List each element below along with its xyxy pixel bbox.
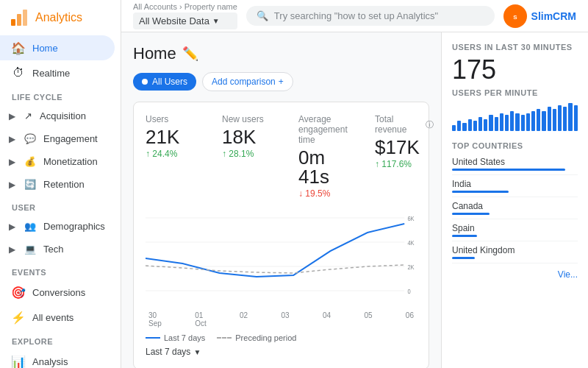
svg-rect-2 <box>23 10 27 26</box>
content-main: Home ✏️ All Users Add comparison + <box>121 32 441 368</box>
page-header: Home ✏️ <box>133 44 429 63</box>
chevron-icon: ▶ <box>9 111 15 121</box>
section-explore: EXPLORE <box>0 330 121 349</box>
sidebar-item-home[interactable]: 🏠 Home <box>0 35 115 60</box>
demographics-icon: 👥 <box>24 221 36 232</box>
metric-newusers-label: New users <box>222 114 281 124</box>
right-panel-title: USERS IN LAST 30 MINUTES <box>452 43 578 52</box>
home-icon: 🏠 <box>12 41 25 54</box>
country-item: United Kingdom <box>452 241 578 263</box>
mini-bar-item <box>495 117 498 131</box>
sidebar-item-tech[interactable]: ▶ 💻 Tech <box>0 238 115 261</box>
metric-newusers-value: 18K <box>222 127 281 146</box>
metric-revenue: Total revenue ⓘ $17K 117.6% <box>375 114 434 199</box>
mini-bar-item <box>574 105 578 131</box>
engagement-icon: 💬 <box>24 133 36 144</box>
plus-icon: + <box>279 77 284 87</box>
sidebar-item-conversions[interactable]: 🎯 Conversions <box>0 280 115 305</box>
sidebar-analysis-label: Analysis <box>32 356 68 367</box>
legend-preceding: Preceding period <box>217 333 296 342</box>
metric-revenue-label: Total revenue ⓘ <box>375 114 434 135</box>
slimcrm-icon: S <box>503 4 527 28</box>
country-name: United Kingdom <box>452 245 578 255</box>
sidebar-allevents-label: All events <box>32 312 74 323</box>
country-name: Spain <box>452 223 578 233</box>
metric-revenue-value: $17K <box>375 138 434 157</box>
sidebar-item-monetization[interactable]: ▶ 💰 Monetization <box>0 150 115 173</box>
chart-svg: 6K 4K 2K 0 <box>146 210 417 306</box>
chevron-icon: ▶ <box>9 244 15 255</box>
chevron-icon: ▶ <box>9 134 15 144</box>
x-label-6: 06 <box>406 311 414 328</box>
sidebar-header: Analytics <box>0 0 121 35</box>
metric-engagement: Average engagement time 0m 41s 19.5% <box>298 114 357 199</box>
svg-text:4K: 4K <box>407 238 415 247</box>
sidebar-realtime-label: Realtime <box>32 68 70 79</box>
legend-last7days-label: Last 7 days <box>164 333 205 342</box>
x-label-4: 04 <box>323 311 331 328</box>
mini-bar-item <box>468 119 472 131</box>
sidebar-home-label: Home <box>32 43 58 54</box>
sidebar-item-demographics[interactable]: ▶ 👥 Demographics <box>0 215 115 238</box>
chevron-icon: ▶ <box>9 222 15 232</box>
section-user: USER <box>0 196 121 215</box>
app-container: Analytics 🏠 Home ⏱ Realtime LIFE CYCLE ▶… <box>0 0 588 368</box>
chevron-down-icon: ▼ <box>193 348 201 356</box>
mini-bar-item <box>473 121 477 131</box>
svg-text:0: 0 <box>407 287 411 295</box>
legend-last7days: Last 7 days <box>146 333 205 342</box>
sidebar-item-allevents[interactable]: ⚡ All events <box>0 305 115 330</box>
mini-bar-item <box>521 115 525 131</box>
sidebar-item-retention[interactable]: ▶ 🔄 Retention <box>0 173 115 196</box>
property-select[interactable]: All Website Data ▼ <box>133 13 237 29</box>
all-users-dot <box>142 79 148 85</box>
x-label-2: 02 <box>240 311 248 328</box>
breadcrumb: All Accounts › Property name <box>133 2 237 11</box>
mini-bar-item <box>457 121 461 131</box>
mini-bar-item <box>526 113 530 131</box>
x-label-3: 03 <box>281 311 289 328</box>
main-area: All Accounts › Property name All Website… <box>121 0 588 368</box>
all-users-label: All Users <box>152 77 187 87</box>
edit-icon[interactable]: ✏️ <box>182 46 198 62</box>
chevron-icon: ▶ <box>9 157 15 167</box>
metric-users-value: 21K <box>146 127 204 146</box>
country-name: India <box>452 179 578 189</box>
legend-line-dashed <box>217 337 232 339</box>
sidebar-item-acquisition[interactable]: ▶ ↗ Acquisition <box>0 105 115 127</box>
monetization-icon: 💰 <box>24 156 36 167</box>
sidebar-item-analysis[interactable]: 📊 Analysis <box>0 349 115 368</box>
search-bar[interactable]: 🔍 Try searching "how to set up Analytics… <box>246 6 495 26</box>
info-icon: ⓘ <box>426 119 434 130</box>
all-users-button[interactable]: All Users <box>133 73 196 91</box>
topbar: All Accounts › Property name All Website… <box>121 0 588 32</box>
add-comparison-label: Add comparison <box>212 77 276 87</box>
country-name: Canada <box>452 201 578 211</box>
right-panel-value: 175 <box>452 54 578 85</box>
country-bar <box>452 191 509 193</box>
date-range-selector[interactable]: Last 7 days ▼ <box>146 347 417 357</box>
sidebar-item-engagement[interactable]: ▶ 💬 Engagement <box>0 127 115 150</box>
allevents-icon: ⚡ <box>12 311 25 324</box>
country-list: United States India Canada Spain United … <box>452 153 578 263</box>
top-countries-label: TOP COUNTRIES <box>452 141 578 150</box>
sidebar-item-realtime[interactable]: ⏱ Realtime <box>0 60 115 85</box>
metric-users: Users 21K 24.4% <box>146 114 204 199</box>
add-comparison-button[interactable]: Add comparison + <box>202 72 293 91</box>
sidebar-retention-label: Retention <box>43 179 85 190</box>
svg-text:2K: 2K <box>407 263 415 271</box>
country-item: Spain <box>452 219 578 241</box>
search-icon: 🔍 <box>257 10 268 21</box>
legend-line-solid <box>146 337 160 339</box>
mini-bar-item <box>510 111 514 131</box>
legend-preceding-label: Preceding period <box>235 333 296 342</box>
app-title: Analytics <box>35 11 82 24</box>
chart-area: 6K 4K 2K 0 30Sep 01Oct 02 03 04 05 <box>146 210 417 328</box>
comparison-bar: All Users Add comparison + <box>133 72 429 91</box>
view-more-link[interactable]: Vie... <box>452 269 578 280</box>
svg-text:S: S <box>513 14 517 21</box>
mini-bar-chart <box>452 102 578 131</box>
chevron-icon: ▶ <box>9 180 15 190</box>
svg-rect-0 <box>11 19 15 26</box>
content-area: Home ✏️ All Users Add comparison + <box>121 32 588 368</box>
